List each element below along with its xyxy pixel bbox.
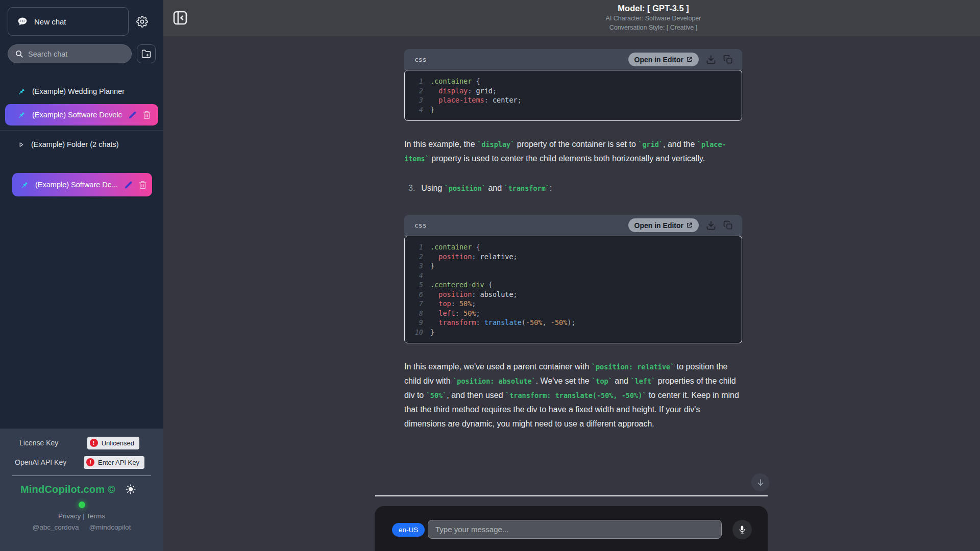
delete-chat-button[interactable] — [142, 111, 151, 119]
author-handle-link[interactable]: @abc_cordova — [33, 523, 79, 531]
search-chat-field[interactable] — [8, 44, 132, 63]
chat-folder-item[interactable]: (Example) Folder (2 chats) — [0, 134, 163, 155]
code-language-label: css — [414, 221, 426, 229]
conversation-style-subtitle: Conversation Style: [ Creative ] — [606, 23, 701, 32]
folder-label: (Example) Folder (2 chats) — [31, 140, 119, 148]
external-link-icon — [686, 56, 693, 63]
brand-handle-link[interactable]: @mindcopilot — [89, 523, 131, 531]
list-divider — [0, 130, 163, 131]
code-line: 7 top: 50%; — [405, 299, 742, 309]
chat-item-wedding-planner[interactable]: (Example) Wedding Planner — [0, 82, 163, 101]
code-line: 2 display: grid; — [405, 86, 742, 96]
code-line: 6 position: absolute; — [405, 290, 742, 299]
delete-chat-button[interactable] — [138, 181, 147, 189]
pin-icon — [17, 87, 26, 95]
folder-plus-icon — [141, 49, 151, 59]
footer-divider — [12, 475, 151, 476]
copy-code-button[interactable] — [723, 55, 733, 64]
code-block-header: css Open in Editor — [404, 215, 742, 236]
download-icon — [706, 55, 716, 65]
assistant-message: css Open in Editor — [404, 49, 742, 431]
legal-separator: | — [83, 512, 85, 520]
inline-code: `position: absolute` — [453, 377, 536, 385]
pin-icon — [17, 111, 26, 119]
status-indicator-dot — [79, 502, 85, 508]
ai-character-subtitle: AI Character: Software Developer — [606, 14, 701, 22]
inline-code: `position: relative` — [592, 363, 675, 371]
inline-code: `display` — [477, 140, 514, 148]
copy-code-button[interactable] — [723, 220, 733, 230]
copy-icon — [723, 220, 733, 230]
inline-code: `transform` — [504, 184, 550, 192]
model-title: Model: [ GPT-3.5 ] — [606, 4, 701, 13]
terms-link[interactable]: Terms — [86, 512, 105, 520]
license-key-label: License Key — [19, 439, 58, 447]
open-in-editor-button[interactable]: Open in Editor — [628, 53, 699, 66]
open-in-editor-button[interactable]: Open in Editor — [628, 218, 699, 232]
code-line: 1.container { — [405, 77, 742, 86]
chat-item-label: (Example) Wedding Planner — [32, 87, 125, 95]
microphone-icon — [738, 525, 747, 534]
composer-divider — [375, 495, 768, 496]
code-line: 10} — [405, 328, 742, 337]
download-code-button[interactable] — [706, 220, 716, 231]
speech-locale-badge[interactable]: en-US — [392, 523, 425, 537]
privacy-link[interactable]: Privacy — [58, 512, 81, 520]
chat-item-software-de[interactable]: (Example) Software De... — [12, 173, 152, 196]
inline-code: `grid` — [638, 140, 663, 148]
arrow-down-icon — [756, 478, 765, 487]
settings-button[interactable] — [129, 16, 156, 28]
enter-api-key-button[interactable]: ! Enter API Key — [84, 456, 144, 469]
chat-bubble-icon — [17, 16, 28, 27]
code-line: 9 transform: translate(-50%, -50%); — [405, 318, 742, 328]
code-line: 4 — [405, 271, 742, 281]
main-area: Model: [ GPT-3.5 ] AI Character: Softwar… — [163, 0, 980, 551]
sidebar-footer: License Key ! Unlicensed OpenAI API Key … — [0, 429, 163, 551]
message-paragraph: In this example, we've used a parent con… — [404, 360, 742, 431]
chat-item-label: (Example) Software Developer — [32, 111, 121, 119]
sidebar: New chat — [0, 0, 163, 551]
edit-chat-button[interactable] — [128, 111, 137, 119]
ordered-list-item-3: 3. Using `position` and `transform`: — [404, 181, 742, 195]
message-paragraph: In this example, the `display` property … — [404, 137, 742, 166]
sidebar-top: New chat — [0, 0, 163, 63]
sidebar-toggle-button[interactable] — [171, 8, 190, 28]
inline-code: `left` — [630, 377, 655, 385]
download-icon — [706, 220, 716, 231]
code-block-2: css Open in Editor — [404, 215, 742, 343]
inline-code: `top` — [592, 377, 612, 385]
message-input[interactable] — [428, 520, 722, 539]
scroll-to-bottom-button[interactable] — [751, 473, 769, 491]
search-icon — [15, 49, 23, 58]
new-chat-button[interactable]: New chat — [8, 7, 129, 36]
inline-code: `50%` — [426, 391, 447, 399]
copy-icon — [723, 55, 733, 64]
code-line: 8 left: 50%; — [405, 309, 742, 318]
code-block-1: css Open in Editor — [404, 49, 742, 121]
chat-item-software-developer[interactable]: (Example) Software Developer — [5, 104, 158, 126]
download-code-button[interactable] — [706, 55, 716, 65]
inline-code: `transform: translate(-50%, -50%)` — [505, 391, 646, 399]
edit-chat-button[interactable] — [124, 181, 133, 189]
microphone-button[interactable] — [732, 520, 752, 539]
license-status-badge[interactable]: ! Unlicensed — [87, 437, 139, 449]
brand-link[interactable]: MindCopilot.com © — [20, 484, 115, 495]
code-block-header: css Open in Editor — [404, 49, 742, 70]
code-line: 3 place-items: center; — [405, 95, 742, 105]
code-line: 5.centered-div { — [405, 280, 742, 290]
api-key-label: OpenAI API Key — [15, 458, 66, 466]
gear-icon — [136, 16, 148, 28]
theme-toggle-button[interactable] — [126, 484, 136, 494]
code-line: 4} — [405, 105, 742, 115]
new-folder-button[interactable] — [137, 44, 156, 63]
exclamation-icon: ! — [86, 458, 94, 466]
sun-icon — [126, 484, 136, 494]
code-editor-area[interactable]: 1.container {2 position: relative;3}45.c… — [404, 236, 742, 343]
code-editor-area[interactable]: 1.container {2 display: grid;3 place-ite… — [404, 70, 742, 121]
panel-toggle-icon — [171, 9, 190, 27]
code-line: 3} — [405, 261, 742, 271]
exclamation-icon: ! — [90, 439, 98, 447]
external-link-icon — [686, 222, 693, 229]
search-input[interactable] — [28, 50, 125, 58]
pin-icon — [20, 181, 29, 189]
